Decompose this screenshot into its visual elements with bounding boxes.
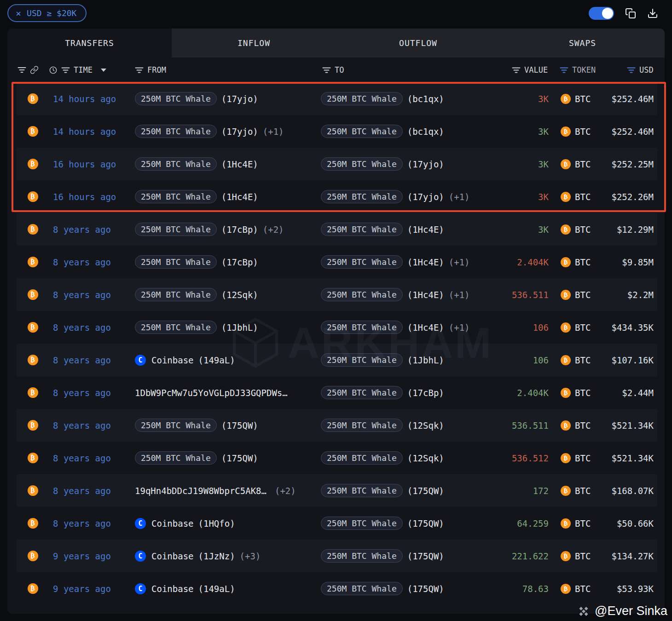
entity-badge[interactable]: 250M BTC Whale <box>135 92 217 105</box>
table-row[interactable]: ₿8 years agoCCoinbase(1HQfo)250M BTC Wha… <box>17 507 657 540</box>
download-icon[interactable] <box>647 8 658 19</box>
address-short[interactable]: (17yjo) <box>221 94 258 104</box>
table-row[interactable]: ₿8 years agoCCoinbase(149aL)250M BTC Wha… <box>17 344 657 376</box>
address-short[interactable]: (149aL) <box>198 355 235 365</box>
address-short[interactable]: (1Hc4E) <box>407 257 444 267</box>
address-short[interactable]: (1Hc4E) <box>221 192 258 202</box>
entity-badge[interactable]: 250M BTC Whale <box>321 92 403 105</box>
transfer-time[interactable]: 8 years ago <box>49 486 135 496</box>
transfer-time[interactable]: 8 years ago <box>49 355 135 365</box>
transfer-time[interactable]: 8 years ago <box>49 388 135 398</box>
time-filter-icon[interactable] <box>61 67 70 74</box>
table-row[interactable]: ₿8 years ago250M BTC Whale(17cBp)(+2)250… <box>17 213 657 246</box>
address-short[interactable]: (1JbhL) <box>221 322 258 333</box>
entity-badge[interactable]: 250M BTC Whale <box>135 288 217 301</box>
entity-badge[interactable]: 250M BTC Whale <box>135 255 217 269</box>
value-filter-icon[interactable] <box>512 67 521 74</box>
usd-filter-icon[interactable] <box>627 67 636 74</box>
address-short[interactable]: (175QW) <box>221 420 258 431</box>
entity-name[interactable]: 1DbW9PcMw7u5YoVGLpDJ33GQPDWs… <box>135 388 288 398</box>
entity-badge[interactable]: 250M BTC Whale <box>321 157 403 171</box>
tab-outflow[interactable]: OUTFLOW <box>336 29 500 58</box>
entity-badge[interactable]: 250M BTC Whale <box>321 549 403 563</box>
link-icon[interactable] <box>30 66 39 75</box>
entity-badge[interactable]: 250M BTC Whale <box>321 255 403 269</box>
column-usd[interactable]: USD <box>639 65 654 75</box>
address-short[interactable]: (149aL) <box>198 584 235 594</box>
address-short[interactable]: (175QW) <box>221 453 258 463</box>
entity-name[interactable]: Coinbase <box>151 518 194 529</box>
entity-badge[interactable]: 250M BTC Whale <box>321 321 403 334</box>
from-filter-icon[interactable] <box>135 67 144 74</box>
entity-badge[interactable]: 250M BTC Whale <box>321 451 403 465</box>
address-short[interactable]: (17yjo) <box>407 192 444 202</box>
entity-name[interactable]: Coinbase <box>151 355 194 365</box>
transfer-time[interactable]: 8 years ago <box>49 420 135 431</box>
tab-swaps[interactable]: SWAPS <box>500 29 665 58</box>
entity-badge[interactable]: 250M BTC Whale <box>321 419 403 432</box>
table-row[interactable]: ₿16 hours ago250M BTC Whale(1Hc4E)250M B… <box>17 180 657 213</box>
table-row[interactable]: ₿8 years ago250M BTC Whale(17cBp)250M BT… <box>17 246 657 278</box>
entity-name[interactable]: 19qHn4bDDcJ19W8WbprC5AK8… <box>135 486 266 496</box>
tab-inflow[interactable]: INFLOW <box>172 29 336 58</box>
address-short[interactable]: (175QW) <box>407 486 444 496</box>
transfer-time[interactable]: 14 hours ago <box>49 126 135 137</box>
transfer-time[interactable]: 9 years ago <box>49 584 135 594</box>
transfer-time[interactable]: 8 years ago <box>49 290 135 300</box>
transfer-time[interactable]: 8 years ago <box>49 322 135 333</box>
entity-badge[interactable]: 250M BTC Whale <box>321 125 403 138</box>
transfer-time[interactable]: 8 years ago <box>49 518 135 529</box>
table-row[interactable]: ₿8 years ago250M BTC Whale(175QW)250M BT… <box>17 442 657 474</box>
entity-badge[interactable]: 250M BTC Whale <box>135 419 217 432</box>
close-icon[interactable]: × <box>16 9 21 18</box>
address-short[interactable]: (12Sqk) <box>407 453 444 463</box>
entity-badge[interactable]: 250M BTC Whale <box>321 190 403 203</box>
address-short[interactable]: (17yjo) <box>407 159 444 169</box>
column-value[interactable]: VALUE <box>524 65 548 75</box>
usd-filter-chip[interactable]: × USD ≥ $20K <box>7 4 87 22</box>
entity-badge[interactable]: 250M BTC Whale <box>135 321 217 334</box>
column-from[interactable]: FROM <box>147 65 166 75</box>
entity-badge[interactable]: 250M BTC Whale <box>321 517 403 530</box>
address-short[interactable]: (17cBp) <box>221 257 258 267</box>
column-token[interactable]: TOKEN <box>572 65 596 75</box>
entity-badge[interactable]: 250M BTC Whale <box>321 386 403 399</box>
column-to[interactable]: TO <box>335 65 344 75</box>
table-row[interactable]: ₿9 years agoCCoinbase(1JzNz)(+3)250M BTC… <box>17 540 657 572</box>
table-row[interactable]: ₿8 years ago250M BTC Whale(12Sqk)250M BT… <box>17 278 657 311</box>
token-filter-icon[interactable] <box>560 67 568 74</box>
to-filter-icon[interactable] <box>322 67 331 74</box>
chevron-down-icon[interactable] <box>101 69 106 72</box>
address-short[interactable]: (1HQfo) <box>198 518 235 529</box>
transfer-time[interactable]: 8 years ago <box>49 453 135 463</box>
table-row[interactable]: ₿8 years ago250M BTC Whale(175QW)250M BT… <box>17 409 657 442</box>
entity-name[interactable]: Coinbase <box>151 584 194 594</box>
entity-badge[interactable]: 250M BTC Whale <box>321 484 403 497</box>
address-short[interactable]: (17cBp) <box>221 224 258 235</box>
address-short[interactable]: (bc1qx) <box>407 94 444 104</box>
table-row[interactable]: ₿9 years agoCCoinbase(149aL)250M BTC Wha… <box>17 572 657 605</box>
address-short[interactable]: (175QW) <box>407 551 444 561</box>
entity-badge[interactable]: 250M BTC Whale <box>321 288 403 301</box>
entity-name[interactable]: Coinbase <box>151 551 194 561</box>
usd-toggle[interactable] <box>589 7 614 20</box>
transfer-time[interactable]: 16 hours ago <box>49 159 135 169</box>
address-short[interactable]: (1Hc4E) <box>407 224 444 235</box>
address-short[interactable]: (1JbhL) <box>407 355 444 365</box>
address-short[interactable]: (175QW) <box>407 584 444 594</box>
address-short[interactable]: (12Sqk) <box>407 420 444 431</box>
address-short[interactable]: (1Hc4E) <box>407 322 444 333</box>
transfer-time[interactable]: 14 hours ago <box>49 94 135 104</box>
table-row[interactable]: ₿8 years ago19qHn4bDDcJ19W8WbprC5AK8…(+2… <box>17 474 657 507</box>
address-short[interactable]: (1Hc4E) <box>407 290 444 300</box>
column-time[interactable]: TIME <box>74 65 93 75</box>
entity-badge[interactable]: 250M BTC Whale <box>135 223 217 236</box>
table-row[interactable]: ₿14 hours ago250M BTC Whale(17yjo)250M B… <box>17 82 657 115</box>
entity-badge[interactable]: 250M BTC Whale <box>135 190 217 203</box>
entity-badge[interactable]: 250M BTC Whale <box>135 157 217 171</box>
table-row[interactable]: ₿16 hours ago250M BTC Whale(1Hc4E)250M B… <box>17 148 657 180</box>
transfer-time[interactable]: 16 hours ago <box>49 192 135 202</box>
address-short[interactable]: (17cBp) <box>407 388 444 398</box>
address-short[interactable]: (12Sqk) <box>221 290 258 300</box>
table-row[interactable]: ₿8 years ago250M BTC Whale(1JbhL)250M BT… <box>17 311 657 344</box>
